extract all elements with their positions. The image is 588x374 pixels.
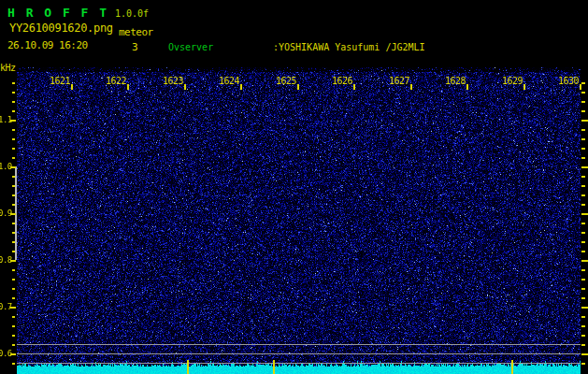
freq-minor-tick-left [12, 241, 15, 243]
freq-minor-tick-right [581, 251, 585, 252]
echo-marker [511, 360, 513, 374]
freq-minor-tick-right [581, 363, 585, 365]
freq-major-tick-right [581, 307, 588, 309]
reference-line [17, 363, 581, 364]
freq-minor-tick-left [12, 223, 15, 224]
freq-minor-tick-left [12, 129, 15, 131]
freq-minor-tick-right [581, 92, 585, 94]
freq-minor-tick-right [581, 335, 585, 337]
freq-minor-tick-left [12, 279, 15, 280]
freq-minor-tick-left [12, 185, 15, 187]
freq-minor-tick-left [12, 269, 15, 271]
freq-minor-tick-right [581, 325, 585, 327]
time-tick [410, 84, 412, 90]
hrofft-screen: H R O F F T 1.0.0f YY2610091620.png mete… [0, 0, 588, 374]
freq-minor-tick-left [12, 316, 15, 318]
spectrogram-canvas [17, 67, 581, 374]
freq-minor-tick-right [581, 194, 585, 196]
reference-line [17, 344, 581, 345]
echo-marker [187, 360, 189, 374]
freq-minor-tick-left [12, 148, 15, 150]
time-tick [523, 84, 525, 90]
time-tick [240, 84, 242, 90]
time-tick [297, 84, 299, 90]
mode-label: meteor [119, 26, 153, 38]
freq-minor-tick-left [12, 194, 15, 196]
freq-minor-tick-left [12, 204, 15, 206]
freq-minor-tick-right [581, 241, 585, 243]
freq-tick-label: 0.8 [0, 255, 11, 265]
freq-major-tick-right [581, 166, 588, 168]
echo-marker [273, 360, 275, 374]
info-value: :YOSHIKAWA Yasufumi /JG2MLI [273, 42, 425, 53]
freq-minor-tick-left [12, 101, 15, 103]
freq-minor-tick-right [581, 316, 585, 318]
app-version: 1.0.0f [115, 8, 149, 19]
time-tick [580, 84, 581, 90]
freq-minor-tick-right [581, 129, 585, 131]
freq-tick-label: 0.6 [0, 349, 11, 358]
freq-minor-tick-right [581, 297, 585, 299]
freq-minor-tick-left [12, 363, 15, 365]
capture-datetime: 26.10.09 16:20 [7, 39, 88, 51]
freq-tick-label: 1.0 [0, 162, 11, 171]
freq-minor-tick-left [12, 232, 15, 234]
freq-minor-tick-right [581, 288, 585, 290]
time-tick [127, 84, 129, 90]
capture-filename: YY2610091620.png [9, 22, 113, 35]
freq-minor-tick-right [581, 148, 585, 150]
freq-minor-tick-left [12, 138, 15, 140]
freq-minor-tick-right [581, 110, 585, 112]
freq-minor-tick-left [12, 157, 15, 159]
freq-minor-tick-left [12, 325, 15, 327]
freq-minor-tick-left [12, 288, 15, 290]
freq-minor-tick-right [581, 344, 585, 346]
app-title: H R O F F T [7, 6, 108, 20]
info-row-observer: Ovserver :YOSHIKAWA Yasufumi /JG2MLI [168, 42, 538, 53]
time-tick [184, 84, 186, 90]
freq-minor-tick-right [581, 185, 585, 187]
freq-minor-tick-right [581, 269, 585, 271]
freq-minor-tick-left [12, 82, 15, 84]
freq-tick-label: 0.9 [0, 209, 11, 218]
freq-minor-tick-right [581, 176, 585, 178]
freq-minor-tick-left [12, 335, 15, 337]
freq-minor-tick-left [12, 297, 15, 299]
freq-minor-tick-right [581, 138, 585, 140]
reference-line [17, 353, 581, 354]
time-tick [466, 84, 468, 90]
freq-major-tick-right [581, 353, 588, 355]
freq-minor-tick-right [581, 157, 585, 159]
freq-major-tick-right [581, 120, 588, 122]
freq-minor-tick-left [12, 110, 15, 112]
freq-minor-tick-right [581, 223, 585, 224]
freq-major-tick-right [581, 260, 588, 262]
freq-minor-tick-left [12, 251, 15, 252]
freq-major-tick-right [581, 213, 588, 215]
freq-minor-tick-left [12, 176, 15, 178]
freq-minor-tick-left [12, 92, 15, 94]
time-tick [71, 84, 73, 90]
freq-minor-tick-right [581, 101, 585, 103]
time-tick [353, 84, 355, 90]
freq-minor-tick-right [581, 204, 585, 206]
freq-axis-unit: kHz [0, 63, 16, 73]
freq-minor-tick-right [581, 232, 585, 234]
freq-minor-tick-right [581, 279, 585, 280]
info-label: Ovserver [168, 42, 273, 53]
freq-tick-label: 0.7 [0, 302, 11, 311]
freq-tick-label: 1.1 [0, 115, 11, 124]
freq-minor-tick-left [12, 344, 15, 346]
meteor-count: 3 [132, 41, 137, 53]
